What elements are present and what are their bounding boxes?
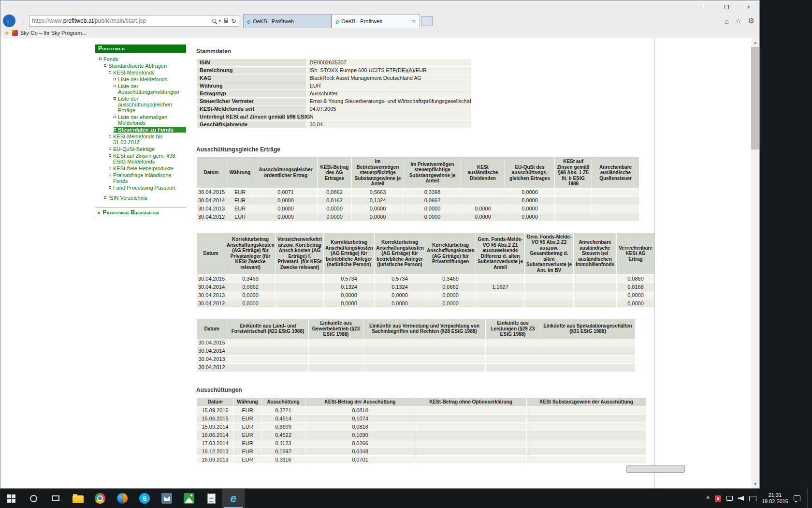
sidebar-item[interactable]: Liste der Meldefonds bbox=[95, 76, 186, 83]
refresh-icon[interactable]: ↻ bbox=[231, 17, 236, 25]
column-header: Einkünfte aus Vermietung und Verpachtung… bbox=[363, 319, 485, 339]
sidebar-item[interactable]: Fund Processing Passport bbox=[95, 184, 186, 191]
table-cell: 0,3469 bbox=[425, 275, 476, 283]
table-cell: 0,0662 bbox=[225, 283, 276, 291]
table-cell: 30.04.2015 bbox=[197, 189, 226, 196]
table-row: 15.09.2014EUR0,36990,0816 bbox=[197, 423, 646, 431]
maximize-button[interactable] bbox=[716, 0, 738, 14]
column-header: Datum bbox=[197, 233, 225, 275]
table-cell: 0,0000 bbox=[425, 299, 476, 307]
sidebar-item[interactable]: Liste der Ausschüttungsmeldungen bbox=[95, 83, 186, 95]
column-header: Anrechenbare ausländische Quellensteuer bbox=[592, 157, 639, 188]
clock-date: 19.02.2016 bbox=[762, 498, 788, 505]
table-cell: 0,0071 bbox=[254, 189, 317, 196]
table-cell: EUR bbox=[234, 423, 261, 431]
antivirus-tray-icon[interactable] bbox=[715, 495, 721, 502]
scroll-up-icon[interactable]: ▲ bbox=[751, 38, 759, 46]
close-button[interactable]: × bbox=[738, 0, 759, 14]
sidebar-item[interactable]: KESt-Meldefonds bbox=[95, 69, 186, 76]
action-center-icon[interactable] bbox=[794, 495, 800, 501]
column-header: KESt auf Zinsen gemäß §98 Abs. 1 Z5 lit.… bbox=[555, 157, 592, 188]
square-bullet-icon bbox=[109, 167, 111, 169]
table-cell: 0,0000 bbox=[318, 205, 351, 213]
tab-close-icon[interactable]: × bbox=[411, 18, 416, 25]
taskbar-clock[interactable]: 21:31 19.02.2016 bbox=[762, 492, 788, 505]
sidebar-item[interactable]: KESt auf Zinsen gem. §98 EStG Meldefonds bbox=[95, 152, 186, 165]
table-cell: 0,0000 bbox=[318, 213, 351, 221]
tray-expand-icon[interactable]: ^ bbox=[707, 495, 710, 501]
favorites-star-icon[interactable]: ☆ bbox=[735, 16, 741, 25]
settings-gear-icon[interactable]: ⚙ bbox=[748, 16, 754, 25]
sidebar-item-profitweb-basisdaten[interactable]: » Profitweb Basisdaten bbox=[95, 208, 186, 217]
favorites-bar-item-skygo[interactable]: Sky Go – Ihr Sky Program... bbox=[20, 30, 87, 36]
sidebar-item[interactable]: Fonds bbox=[95, 56, 186, 62]
dropdown-caret-icon[interactable]: ▾ bbox=[219, 19, 221, 23]
volume-icon[interactable] bbox=[738, 496, 744, 501]
table-cell: 0,0000 bbox=[375, 299, 425, 307]
skype-button[interactable] bbox=[133, 489, 156, 508]
table-cell: 0,1324 bbox=[324, 283, 374, 291]
lock-icon bbox=[224, 20, 228, 23]
table-cell: EUR bbox=[234, 439, 261, 447]
sidebar-item[interactable]: KESt-freie Hebelprodukte bbox=[95, 165, 186, 172]
square-bullet-icon bbox=[109, 154, 111, 157]
back-button[interactable]: ← bbox=[3, 15, 15, 27]
new-tab-button[interactable] bbox=[421, 16, 433, 26]
scrollbar-thumb[interactable] bbox=[751, 47, 759, 149]
column-header: KESt ausländische Dividenden bbox=[461, 157, 505, 188]
close-icon: × bbox=[747, 3, 751, 11]
address-bar[interactable]: https://www.profitweb.at/public/main/sta… bbox=[29, 15, 239, 27]
forward-button[interactable]: → bbox=[16, 15, 27, 27]
table-row: 30.04.2013EUR0,00000,00000,00000,00000,0… bbox=[197, 205, 639, 213]
scroll-down-icon[interactable]: ▼ bbox=[751, 480, 759, 488]
column-header: Korrekturbetrag Anschaffungskosten (AG E… bbox=[425, 233, 476, 275]
keyboard-icon[interactable] bbox=[749, 496, 756, 501]
tab-oekb-profitweb-2-active[interactable]: OeKB - Profitweb × bbox=[332, 14, 420, 28]
table-cell bbox=[592, 213, 639, 221]
task-view-button[interactable] bbox=[44, 489, 67, 508]
table-cell bbox=[527, 439, 646, 447]
sidebar-footer-label: Profitweb Basisdaten bbox=[103, 209, 159, 216]
table-cell: 0,3721 bbox=[261, 406, 305, 414]
show-desktop-button[interactable] bbox=[807, 489, 810, 508]
table-cell: 0,3699 bbox=[261, 423, 305, 431]
sidebar-item[interactable]: ISIN Verzeichnis bbox=[95, 194, 186, 201]
file-explorer-button[interactable] bbox=[67, 489, 89, 508]
table-row: 30.04.20140,06620,13240,13240,06621,1627… bbox=[197, 283, 654, 291]
sidebar-item[interactable]: KESt-Meldefonds bis 31.03.2012 bbox=[95, 133, 186, 146]
sidebar-item[interactable]: Steuerdaten zu Fonds bbox=[95, 126, 186, 133]
sidebar-item[interactable]: Liste der ausschüttungsgleichen Erträge bbox=[95, 95, 186, 114]
table-cell: 0,1123 bbox=[261, 439, 305, 447]
table-cell bbox=[486, 364, 540, 372]
minimize-button[interactable] bbox=[694, 0, 716, 14]
field-value: N bbox=[306, 113, 471, 120]
window-controls: × bbox=[694, 0, 759, 14]
sidebar: Profitweb FondsStandardisierte AbfragenK… bbox=[95, 45, 186, 217]
sidebar-item[interactable]: Standardisierte Abfragen bbox=[95, 62, 186, 69]
search-icon[interactable] bbox=[212, 19, 216, 23]
mail-button[interactable] bbox=[156, 489, 178, 508]
network-icon[interactable] bbox=[726, 496, 733, 501]
search-button[interactable] bbox=[22, 489, 44, 508]
tab-oekb-profitweb-1[interactable]: OeKB - Profitweb bbox=[243, 14, 332, 28]
internet-explorer-button[interactable] bbox=[222, 489, 245, 508]
page-content: Profitweb FondsStandardisierte AbfragenK… bbox=[0, 38, 759, 488]
firefox-button[interactable] bbox=[111, 489, 133, 508]
column-header: Gem. Fonds-Melde-VO §5 Abs.2 Z2 auszuw. … bbox=[525, 233, 573, 275]
sidebar-item[interactable]: Preisabfrage inländische Fonds bbox=[95, 172, 186, 184]
content-divider bbox=[654, 38, 655, 488]
table-cell: 0,0000 bbox=[225, 291, 276, 299]
chrome-button[interactable] bbox=[89, 489, 111, 508]
table-cell: 0,0348 bbox=[305, 448, 415, 455]
table-cell: EUR bbox=[234, 448, 261, 455]
start-button[interactable] bbox=[0, 489, 22, 508]
sidebar-item[interactable]: Liste der ehemaligen Meldefonds bbox=[95, 114, 186, 126]
table-cell: 30.04.2012 bbox=[197, 213, 226, 221]
table-cell bbox=[574, 283, 616, 291]
vertical-scrollbar[interactable]: ▲ ▼ bbox=[751, 38, 759, 488]
photos-button[interactable] bbox=[178, 489, 200, 508]
table-cell: 30.04.2014 bbox=[197, 347, 227, 355]
notepad-button[interactable] bbox=[200, 489, 222, 508]
home-icon[interactable]: ⌂ bbox=[725, 17, 729, 25]
sidebar-item[interactable]: EU-QuSt-Beträge bbox=[95, 146, 186, 152]
